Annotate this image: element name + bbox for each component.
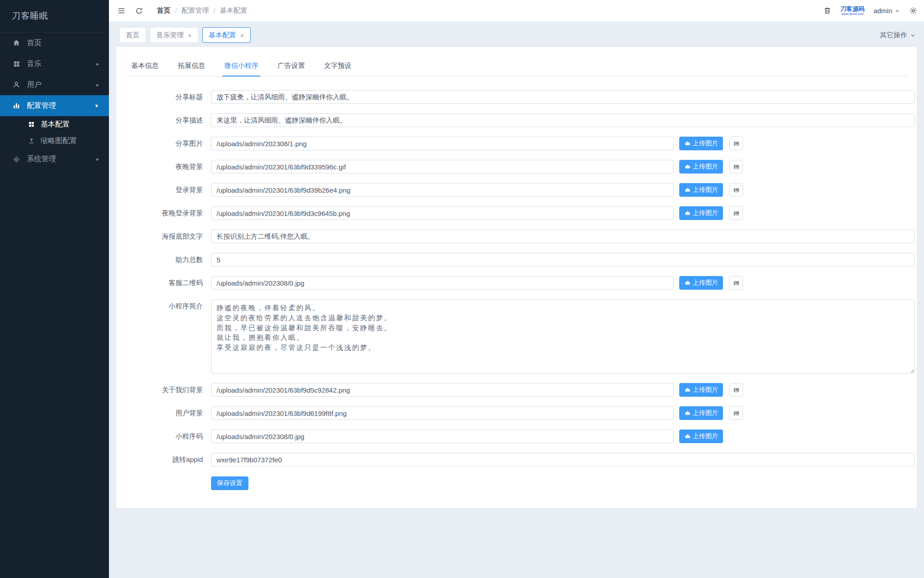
sidebar-item-config[interactable]: 配置管理 ▼ — [0, 95, 109, 116]
cloud-upload-icon — [684, 210, 691, 217]
form-row: 助力总数 — [129, 253, 915, 266]
tab-ad-settings[interactable]: 广告设置 — [276, 60, 307, 76]
preview-image-button[interactable] — [729, 160, 743, 174]
topbar: 首页 / 配置管理 / 基本配置 刀客源码 www.dknol.com admi… — [109, 0, 924, 21]
config-tabs: 基本信息 拓展信息 微信小程序 广告设置 文字预设 — [129, 60, 908, 77]
upload-image-button[interactable]: 上传图片 — [679, 383, 723, 397]
image-icon — [733, 210, 740, 217]
chevron-down-icon — [910, 32, 916, 38]
save-settings-button[interactable]: 保存设置 — [211, 476, 248, 490]
image-icon — [733, 410, 740, 417]
upload-image-button[interactable]: 上传图片 — [679, 430, 723, 443]
form-row: 小程序码 上传图片 — [129, 430, 915, 443]
sidebar-item-home[interactable]: 首页 — [0, 32, 109, 53]
form-row: 客服二维码 上传图片 — [129, 276, 915, 290]
preview-image-button[interactable] — [729, 137, 743, 150]
about-us-bg-input[interactable] — [211, 383, 674, 397]
sidebar-item-label: 用户 — [27, 80, 41, 90]
cloud-upload-icon — [684, 140, 691, 147]
form-row: 分享描述 — [129, 113, 915, 127]
tab-extended-info[interactable]: 拓展信息 — [176, 60, 207, 76]
tab-wechat-miniprogram[interactable]: 微信小程序 — [222, 60, 260, 77]
upload-image-button[interactable]: 上传图片 — [679, 406, 723, 420]
miniprogram-code-input[interactable] — [211, 430, 674, 443]
breadcrumb: 首页 / 配置管理 / 基本配置 — [157, 6, 247, 15]
preview-image-button[interactable] — [729, 383, 743, 397]
boost-total-input[interactable] — [211, 253, 915, 266]
upload-button-label: 上传图片 — [693, 432, 718, 440]
upload-button-label: 上传图片 — [693, 209, 718, 217]
breadcrumb-config[interactable]: 配置管理 — [181, 6, 209, 15]
breadcrumb-basic-config: 基本配置 — [220, 6, 247, 15]
collapse-menu-icon[interactable] — [117, 6, 126, 15]
tab-basic-info[interactable]: 基本信息 — [129, 60, 160, 76]
refresh-icon[interactable] — [135, 7, 143, 15]
sidebar-item-system[interactable]: 系统管理 ▸ — [0, 149, 109, 169]
night-bg-input[interactable] — [211, 160, 674, 174]
tab-chip-label: 基本配置 — [209, 31, 236, 40]
sidebar-subitem-basic-config[interactable]: 基本配置 — [0, 116, 109, 133]
sidebar-item-label: 配置管理 — [27, 101, 56, 111]
home-icon — [12, 38, 21, 47]
sidebar-item-label: 音乐 — [27, 59, 41, 69]
share-image-input[interactable] — [211, 137, 674, 150]
breadcrumb-separator: / — [213, 7, 215, 15]
upload-image-button[interactable]: 上传图片 — [679, 206, 723, 220]
share-title-input[interactable] — [211, 90, 915, 104]
chevron-down-icon — [894, 8, 900, 14]
tab-chip-home[interactable]: 首页 — [119, 27, 146, 43]
settings-gear-icon[interactable] — [909, 6, 918, 15]
upload-image-button[interactable]: 上传图片 — [679, 160, 723, 174]
other-actions-dropdown[interactable]: 其它操作 — [880, 31, 917, 40]
cloud-upload-icon — [684, 387, 691, 394]
close-icon[interactable]: × — [240, 31, 244, 39]
poster-footer-text-input[interactable] — [211, 230, 915, 243]
upload-image-button[interactable]: 上传图片 — [679, 137, 723, 150]
breadcrumb-home[interactable]: 首页 — [157, 6, 170, 15]
miniprogram-config-form: 分享标题 分享描述 分享图片 — [129, 77, 915, 490]
user-bg-input[interactable] — [211, 406, 674, 420]
sidebar-item-label: 首页 — [27, 38, 41, 48]
redirect-appid-input[interactable] — [211, 453, 915, 466]
form-row: 登录背景 上传图片 — [129, 183, 915, 197]
cloud-upload-icon — [684, 164, 691, 170]
preview-image-button[interactable] — [729, 183, 743, 197]
user-menu[interactable]: admin — [873, 7, 900, 15]
trash-icon[interactable] — [823, 6, 831, 15]
site-logo-subtext: www.dknol.com — [841, 12, 864, 15]
tab-chip-music[interactable]: 音乐管理 × — [150, 27, 198, 43]
tab-chip-basic-config[interactable]: 基本配置 × — [202, 27, 251, 43]
site-logo[interactable]: 刀客源码 www.dknol.com — [840, 6, 865, 15]
login-bg-input[interactable] — [211, 183, 674, 197]
field-label: 夜晚登录背景 — [129, 206, 203, 220]
upload-button-label: 上传图片 — [693, 163, 718, 171]
sidebar-subitem-thumbnail-config[interactable]: 缩略图配置 — [0, 133, 109, 149]
service-qrcode-input[interactable] — [211, 276, 674, 290]
other-actions-label: 其它操作 — [880, 31, 907, 40]
preview-image-button[interactable] — [729, 406, 743, 420]
tab-chip-label: 首页 — [126, 31, 139, 40]
open-tabs-bar: 首页 音乐管理 × 基本配置 × 其它操作 — [116, 27, 917, 43]
sidebar-item-users[interactable]: 用户 ▸ — [0, 74, 109, 95]
upload-icon — [27, 137, 36, 145]
arrow-right-icon: ▸ — [96, 61, 99, 67]
miniprogram-intro-textarea[interactable]: 静谧的夜晚，伴着轻柔的风。 这空灵的夜给劳累的人送去饱含温馨和甜美的梦。 而我，… — [211, 299, 915, 373]
upload-image-button[interactable]: 上传图片 — [679, 183, 723, 197]
image-icon — [733, 187, 740, 194]
preview-image-button[interactable] — [729, 276, 743, 290]
preview-image-button[interactable] — [729, 206, 743, 220]
upload-image-button[interactable]: 上传图片 — [679, 276, 723, 290]
field-label: 跳转appid — [129, 453, 203, 466]
site-logo-text: 刀客源码 — [840, 6, 865, 12]
night-login-bg-input[interactable] — [211, 206, 674, 220]
field-label: 登录背景 — [129, 183, 203, 197]
tab-text-presets[interactable]: 文字预设 — [322, 60, 353, 76]
upload-button-label: 上传图片 — [693, 279, 718, 287]
close-icon[interactable]: × — [188, 31, 192, 39]
share-desc-input[interactable] — [211, 113, 915, 127]
image-icon — [733, 140, 740, 147]
field-label: 用户背景 — [129, 406, 203, 420]
field-label: 小程序码 — [129, 430, 203, 443]
sidebar-item-music[interactable]: 音乐 ▸ — [0, 53, 109, 74]
upload-button-label: 上传图片 — [693, 386, 718, 394]
